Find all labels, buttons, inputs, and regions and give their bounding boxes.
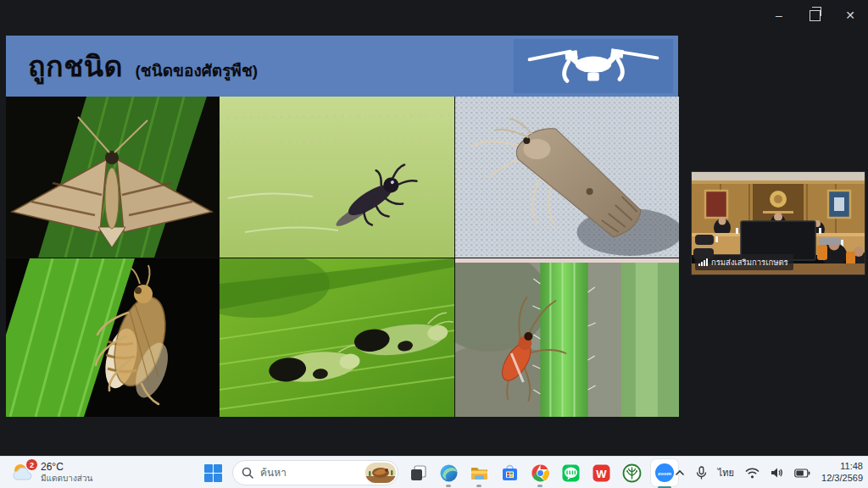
microphone-icon[interactable] <box>696 466 707 480</box>
language-switcher[interactable]: ไทย <box>718 465 734 480</box>
weather-badge: 2 <box>25 458 38 471</box>
wps-office-icon[interactable]: W <box>590 462 612 484</box>
volume-icon[interactable] <box>771 467 783 479</box>
desktop-background: – ✕ ถูกชนิด (ชนิดของศัตรูพืช) <box>0 0 868 488</box>
meeting-video-tile[interactable]: กรมส่งเสริมการเกษตร <box>692 172 865 274</box>
photo-planthopper <box>6 258 219 417</box>
photo-grid <box>6 97 678 417</box>
presentation-slide: ถูกชนิด (ชนิดของศัตรูพืช) <box>6 36 678 417</box>
close-button[interactable]: ✕ <box>832 0 868 30</box>
svg-text:W: W <box>596 467 607 480</box>
windows-logo-icon <box>203 463 223 483</box>
bing-daily-image[interactable] <box>365 463 396 483</box>
photo-leafhoppers <box>220 258 454 417</box>
slide-header: ถูกชนิด (ชนิดของศัตรูพืช) <box>6 36 678 97</box>
edge-icon[interactable] <box>437 462 459 484</box>
file-explorer-icon[interactable] <box>468 462 490 484</box>
restore-icon <box>810 10 821 21</box>
meeting-caption-text: กรมส่งเสริมการเกษตร <box>711 256 788 269</box>
clock[interactable]: 11:48 12/3/2569 <box>821 461 863 485</box>
minimize-button[interactable]: – <box>761 0 797 30</box>
chrome-icon[interactable] <box>529 462 551 484</box>
signal-bars-icon <box>698 258 708 266</box>
search-input[interactable] <box>259 466 360 480</box>
restore-button[interactable] <box>797 0 832 30</box>
running-indicator <box>537 485 542 487</box>
svg-text:zoom: zoom <box>658 470 672 476</box>
weather-temperature: 26°C <box>41 462 92 474</box>
meeting-caption: กรมส่งเสริมการเกษตร <box>695 254 793 270</box>
running-indicator <box>476 485 481 487</box>
tray-chevron-icon[interactable] <box>675 469 685 476</box>
slide-title: ถูกชนิด <box>28 50 123 82</box>
weather-sun-cloud-icon: 2 <box>12 463 35 483</box>
wifi-icon[interactable] <box>745 468 760 479</box>
window-titlebar-controls: – ✕ <box>761 0 868 30</box>
line-icon[interactable] <box>559 462 581 484</box>
slide-subtitle: (ชนิดของศัตรูพืช) <box>136 62 259 80</box>
search-icon <box>242 467 253 479</box>
tray-date: 12/3/2569 <box>821 473 863 485</box>
photo-moth-fabric <box>455 97 679 258</box>
task-view-icon[interactable] <box>407 462 429 484</box>
photo-gall-midge <box>455 258 679 417</box>
search-box[interactable] <box>232 460 398 485</box>
microsoft-store-icon[interactable] <box>498 462 520 484</box>
weather-condition: มีแดดบางส่วน <box>41 474 92 484</box>
tray-time: 11:48 <box>821 461 863 473</box>
weather-widget[interactable]: 2 26°C มีแดดบางส่วน <box>7 459 97 486</box>
drone-icon <box>514 39 673 93</box>
doae-plant-icon[interactable] <box>620 462 643 484</box>
photo-thrips <box>220 97 454 258</box>
running-indicator <box>446 485 451 487</box>
taskbar: 2 26°C มีแดดบางส่วน <box>0 456 868 488</box>
battery-icon[interactable] <box>794 469 810 478</box>
start-button[interactable] <box>202 462 224 484</box>
photo-moth-leaffolder <box>6 97 219 258</box>
